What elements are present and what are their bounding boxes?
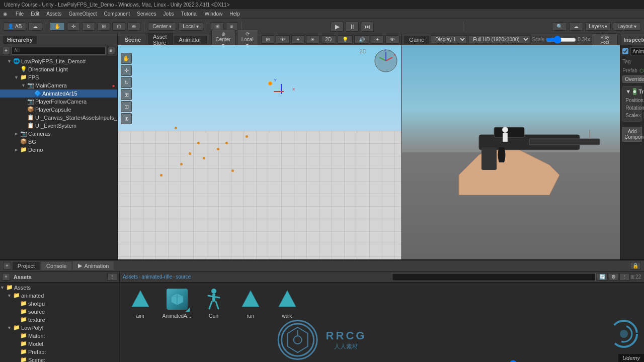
display-dropdown[interactable]: Display 1 [431,35,467,44]
hierarchy-add-button[interactable]: + [2,47,10,54]
transform-scale[interactable]: ⊞ [97,22,110,31]
menu-assets[interactable]: Assets [43,11,64,17]
resolution-dropdown[interactable]: Full HD (1920x1080) [468,35,530,44]
tree-item-dirlight[interactable]: 💡 Directional Light [0,65,117,73]
tree-item-eventsystem[interactable]: 📋 UI_EventSystem [0,122,117,130]
proj-assets[interactable]: ▼ 📁 Assets [0,284,119,292]
fx-btn[interactable]: ✦ [291,35,304,44]
proj-models[interactable]: 📁 Model: [0,340,119,348]
animation-tab[interactable]: ▶ Animation [73,261,114,270]
proj-scenes[interactable]: 📁 Scene: [0,356,119,362]
scale-slider[interactable] [546,37,576,43]
hierarchy-filter-button[interactable]: ≡ [107,47,115,54]
tree-item-capsule[interactable]: 📦 PlayerCapsule [0,106,117,114]
asset-run[interactable]: run [234,287,267,319]
account-button[interactable]: 👤 AB [3,22,26,31]
menu-window[interactable]: Window [202,11,226,17]
tool-scale[interactable]: ⊞ [121,89,132,100]
tree-item-cameras[interactable]: ► 📷 Cameras [0,130,117,138]
breadcrumb-animated-rifle[interactable]: animated-rifle [141,274,172,280]
cloud-build-button[interactable]: ☁ [569,22,583,31]
hidden-btn[interactable]: 👁 [385,35,399,44]
proj-prefabs[interactable]: 📁 Prefab: [0,348,119,356]
object-name-field[interactable] [630,47,644,55]
project-add-button[interactable]: + [2,273,10,281]
shade-btn[interactable]: ☀ [306,35,319,44]
breadcrumb-assets[interactable]: Assets [123,274,138,280]
transform-rect[interactable]: ⊡ [112,22,125,31]
tree-item-bg[interactable]: 📦 BG [0,138,117,146]
project-options-button[interactable]: ⋮ [107,273,117,281]
menu-component[interactable]: Component [101,11,133,17]
search-toolbar-button[interactable]: 🔍 [552,22,567,31]
proj-materials[interactable]: 📁 Materi: [0,332,119,340]
breadcrumb-source[interactable]: source [176,274,191,280]
scene-tab[interactable]: Scene [120,36,146,44]
inspector-tab[interactable]: Inspector [623,37,644,43]
play-focus-btn[interactable]: Play Foci [592,33,618,46]
tree-item-followcam[interactable]: 📷 PlayerFollowCamera [0,98,117,106]
game-tab[interactable]: Game [404,36,429,44]
assets-refresh-button[interactable]: 🔄 [597,273,608,281]
proj-shotgu[interactable]: 📁 shotgu [0,300,119,308]
tool-rect[interactable]: ⊡ [121,101,132,112]
menu-gameobject[interactable]: GameObject [65,11,100,17]
menu-tutorial[interactable]: Tutorial [178,11,201,17]
asset-walk[interactable]: walk [271,287,303,319]
tree-item-uicanvas[interactable]: 📋 UI_Canvas_StarterAssetsInputs_ [0,114,117,122]
tree-item-maincam[interactable]: ▼ 📷 MainCamera ● [0,81,117,89]
tool-rotate[interactable]: ↻ [121,77,132,88]
animator-tab[interactable]: Animator [174,36,207,44]
transform-combined[interactable]: ⊕ [127,22,140,31]
assets-options-button[interactable]: ⋮ [619,273,629,281]
add-component-button[interactable]: Add Component [622,127,642,142]
asset-aim[interactable]: aim [124,287,156,319]
tool-combined[interactable]: ⊕ [121,113,132,124]
transform-move[interactable]: ✛ [67,22,80,31]
tool-move[interactable]: ✛ [121,65,132,76]
expand-arrow[interactable]: ▼ [625,88,631,95]
tree-item-root[interactable]: ▼ 🌐 LowPolyFPS_Lite_Demo# [0,57,117,65]
overrides-button[interactable]: Overrides [622,75,644,83]
proj-animated[interactable]: ▼ 📁 animated [0,292,119,300]
menu-jobs[interactable]: Jobs [160,11,177,17]
transform-hand[interactable]: ✋ [50,22,65,31]
asset-gun[interactable]: Gun [197,287,230,319]
assets-search-input[interactable] [392,273,596,281]
assets-settings-button[interactable]: ⚙ [609,273,618,281]
proj-texture[interactable]: 📁 texture [0,316,119,324]
project-tab[interactable]: Project [13,262,40,270]
proj-lowpoly[interactable]: ▼ 📁 LowPolyI [0,324,119,332]
object-active-checkbox[interactable] [622,48,628,54]
menu-file[interactable]: File [13,11,27,17]
menu-edit[interactable]: Edit [28,11,42,17]
local-dropdown[interactable]: Local ▾ [178,22,203,31]
audio-btn[interactable]: 🔊 [354,35,369,44]
console-tab[interactable]: Console [41,262,71,270]
tree-item-animated-ar15[interactable]: 🔷 AnimatedAr15 [0,89,117,98]
scene-viewport[interactable]: Y X 2D X Y [118,45,402,259]
fx2-btn[interactable]: ✦ [371,35,384,44]
zoom-slider[interactable] [493,360,533,362]
cloud-button[interactable]: ☁ [28,22,42,31]
transform-rotate[interactable]: ↻ [82,22,95,31]
menu-help[interactable]: Help [226,11,243,17]
2d-btn[interactable]: 2D [321,35,337,44]
bottom-lock-button[interactable]: 🔒 [630,262,641,269]
asset-animated-model[interactable]: AnimatedA... [160,287,193,319]
layers-dropdown[interactable]: Layers ▾ [585,22,611,31]
grid-btn[interactable]: ⊞ [261,35,274,44]
hierarchy-search[interactable] [12,47,106,55]
tree-item-demo[interactable]: ► 📁 Demo [0,146,117,154]
layout-dropdown[interactable]: Layout ▾ [613,22,641,31]
asset-store-tab[interactable]: Asset Store [148,33,173,47]
tool-hand[interactable]: ✋ [121,53,132,64]
light-btn[interactable]: 💡 [338,35,353,44]
tree-item-fps[interactable]: ▼ 📁 FPS [0,73,117,81]
hierarchy-tab[interactable]: Hierarchy [3,36,37,44]
center-dropdown[interactable]: Center ▾ [148,22,176,31]
proj-source[interactable]: 📁 source [0,308,119,316]
bottom-add-button[interactable]: + [3,262,11,269]
menu-services[interactable]: Services [134,11,159,17]
vis-btn[interactable]: 👁 [276,35,290,44]
